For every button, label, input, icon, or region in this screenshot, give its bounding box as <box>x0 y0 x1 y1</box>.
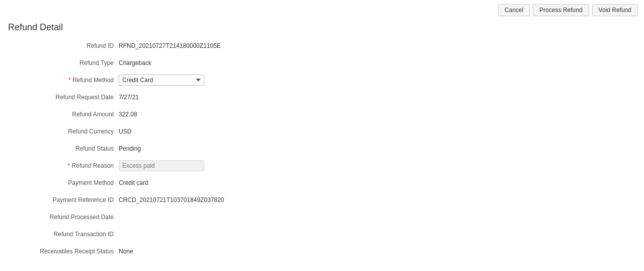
refund-request-date-label: Refund Request Date <box>8 94 119 101</box>
refund-processed-date-label: Refund Processed Date <box>8 214 119 221</box>
refund-method-select[interactable]: Credit Card <box>119 75 204 86</box>
top-bar: Cancel Process Refund Void Refund <box>0 0 644 20</box>
payment-reference-id-value: CRCD_20210721T103701849Z037820 <box>119 196 224 204</box>
refund-request-date-row: Refund Request Date 7/27/21 <box>8 90 636 104</box>
refund-request-date-value: 7/27/21 <box>119 94 139 101</box>
receivables-receipt-status-row: Receivables Receipt Status None <box>8 244 636 258</box>
payment-method-row: Payment Method Credit card <box>8 176 636 190</box>
cancel-button[interactable]: Cancel <box>498 4 530 16</box>
refund-type-value: Chargeback <box>119 59 151 66</box>
payment-method-label: Payment Method <box>8 179 119 186</box>
refund-status-row: Refund Status Pending <box>8 142 636 156</box>
refund-transaction-id-row: Refund Transaction ID <box>8 227 636 241</box>
void-refund-button[interactable]: Void Refund <box>592 4 638 16</box>
refund-amount-label: Refund Amount <box>8 111 119 118</box>
refund-status-value: Pending <box>119 145 141 152</box>
refund-method-select-wrapper: Credit Card <box>119 75 204 86</box>
refund-method-label: Refund Method <box>8 77 119 84</box>
refund-reason-input[interactable] <box>119 160 204 171</box>
refund-transaction-id-label: Refund Transaction ID <box>8 231 119 238</box>
payment-method-value: Credit card <box>119 179 148 186</box>
refund-type-row: Refund Type Chargeback <box>8 56 636 70</box>
process-refund-button[interactable]: Process Refund <box>533 4 589 16</box>
refund-currency-label: Refund Currency <box>8 128 119 135</box>
page-container: Cancel Process Refund Void Refund Refund… <box>0 0 644 271</box>
refund-reason-row: Refund Reason <box>8 159 636 173</box>
page-title: Refund Detail <box>0 20 644 39</box>
receivables-receipt-status-label: Receivables Receipt Status <box>8 248 119 255</box>
refund-id-value: RFND_20210727T214180000Z1105E <box>119 42 221 49</box>
payment-reference-id-label: Payment Reference ID <box>8 196 119 204</box>
payment-reference-id-row: Payment Reference ID CRCD_20210721T10370… <box>8 193 636 207</box>
refund-processed-date-row: Refund Processed Date <box>8 210 636 224</box>
refund-currency-row: Refund Currency USD <box>8 124 636 139</box>
refund-status-label: Refund Status <box>8 145 119 152</box>
refund-id-label: Refund ID <box>8 42 119 49</box>
form-section: Refund ID RFND_20210727T214180000Z1105E … <box>0 39 644 269</box>
refund-reason-label: Refund Reason <box>8 162 119 169</box>
refund-amount-row: Refund Amount 322.08 <box>8 107 636 121</box>
refund-id-row: Refund ID RFND_20210727T214180000Z1105E <box>8 39 636 53</box>
receivables-receipt-status-value: None <box>119 248 133 255</box>
refund-currency-value: USD <box>119 128 131 135</box>
refund-type-label: Refund Type <box>8 59 119 66</box>
refund-amount-value: 322.08 <box>119 111 137 118</box>
refund-method-row: Refund Method Credit Card <box>8 73 636 87</box>
